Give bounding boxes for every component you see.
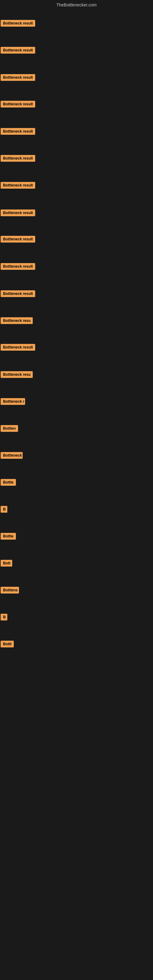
bottleneck-badge-9[interactable]: Bottleneck result	[1, 236, 35, 243]
bottleneck-badge-14[interactable]: Bottleneck resu	[1, 371, 33, 378]
result-row-20: Bottle	[1, 533, 16, 541]
result-row-11: Bottleneck result	[1, 290, 35, 298]
bottleneck-badge-11[interactable]: Bottleneck result	[1, 290, 35, 297]
bottleneck-badge-2[interactable]: Bottleneck result	[1, 47, 35, 54]
bottleneck-badge-19[interactable]: B	[1, 506, 7, 513]
result-row-6: Bottleneck result	[1, 155, 35, 163]
bottleneck-badge-17[interactable]: Bottleneck	[1, 452, 22, 459]
result-row-3: Bottleneck result	[1, 74, 35, 82]
result-row-10: Bottleneck result	[1, 263, 35, 271]
bottleneck-badge-8[interactable]: Bottleneck result	[1, 210, 35, 216]
bottleneck-badge-1[interactable]: Bottleneck result	[1, 20, 35, 27]
bottleneck-badge-18[interactable]: Bottle	[1, 479, 16, 486]
result-row-19: B	[1, 506, 7, 514]
result-row-22: Bottlens	[1, 587, 19, 595]
bottleneck-badge-22[interactable]: Bottlens	[1, 587, 19, 593]
bottleneck-badge-4[interactable]: Bottleneck result	[1, 101, 35, 108]
bottleneck-badge-24[interactable]: Bottl	[1, 641, 14, 648]
bottleneck-badge-16[interactable]: Bottlen	[1, 425, 18, 432]
bottleneck-badge-5[interactable]: Bottleneck result	[1, 128, 35, 135]
bottleneck-badge-21[interactable]: Bott	[1, 560, 12, 566]
result-row-4: Bottleneck result	[1, 101, 35, 109]
result-row-15: Bottleneck r	[1, 398, 25, 406]
bottleneck-badge-10[interactable]: Bottleneck result	[1, 263, 35, 270]
result-row-21: Bott	[1, 560, 12, 568]
result-row-9: Bottleneck result	[1, 236, 35, 244]
bottleneck-badge-23[interactable]: B	[1, 614, 7, 620]
result-row-13: Bottleneck result	[1, 344, 35, 352]
result-row-16: Bottlen	[1, 425, 18, 433]
bottleneck-badge-12[interactable]: Bottleneck resu	[1, 317, 33, 324]
site-title: TheBottlenecker.com	[0, 0, 153, 9]
bottleneck-badge-6[interactable]: Bottleneck result	[1, 155, 35, 162]
result-row-12: Bottleneck resu	[1, 317, 33, 325]
bottleneck-badge-15[interactable]: Bottleneck r	[1, 398, 25, 405]
bottleneck-badge-13[interactable]: Bottleneck result	[1, 344, 35, 351]
result-row-2: Bottleneck result	[1, 47, 35, 55]
bottleneck-badge-3[interactable]: Bottleneck result	[1, 74, 35, 81]
result-row-18: Bottle	[1, 479, 16, 487]
result-row-17: Bottleneck	[1, 452, 22, 460]
bottleneck-badge-7[interactable]: Bottleneck result	[1, 182, 35, 189]
result-row-14: Bottleneck resu	[1, 371, 33, 379]
bottleneck-badge-20[interactable]: Bottle	[1, 533, 16, 539]
result-row-23: B	[1, 614, 7, 622]
result-row-5: Bottleneck result	[1, 128, 35, 136]
result-row-8: Bottleneck result	[1, 210, 35, 218]
result-row-24: Bottl	[1, 641, 14, 649]
result-row-1: Bottleneck result	[1, 20, 35, 28]
result-row-7: Bottleneck result	[1, 182, 35, 190]
